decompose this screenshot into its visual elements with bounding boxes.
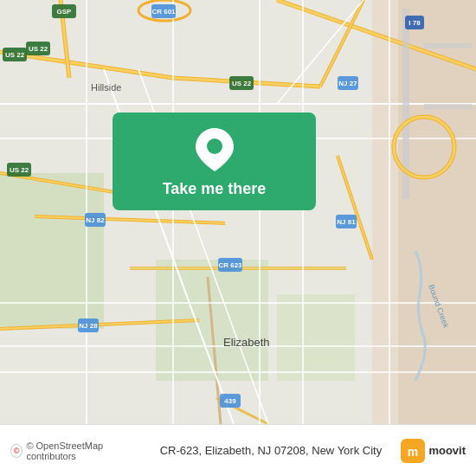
svg-rect-1 [0, 173, 104, 329]
svg-point-76 [207, 138, 222, 154]
svg-text:439: 439 [224, 397, 236, 405]
svg-text:Hillside: Hillside [91, 82, 121, 93]
take-me-there-button[interactable]: Take me there [113, 113, 316, 210]
osm-credit-text: © OpenStreetMap contributors [26, 441, 140, 461]
svg-rect-44 [424, 104, 472, 109]
osm-logo: © [10, 444, 23, 458]
moovit-logo: m moovit [401, 439, 466, 463]
svg-text:NJ 27: NJ 27 [338, 80, 357, 87]
svg-text:Elizabeth: Elizabeth [223, 336, 269, 349]
svg-text:NJ 81: NJ 81 [337, 218, 356, 226]
svg-text:CR 623: CR 623 [218, 261, 242, 269]
svg-text:GSP: GSP [57, 8, 73, 16]
location-pin-icon [196, 128, 234, 171]
svg-text:NJ 82: NJ 82 [86, 216, 105, 224]
svg-text:NJ 28: NJ 28 [79, 322, 98, 330]
svg-text:US 22: US 22 [10, 166, 29, 174]
svg-text:US 22: US 22 [29, 45, 48, 53]
svg-text:US 22: US 22 [232, 80, 252, 87]
svg-text:US 22: US 22 [5, 51, 25, 59]
svg-rect-43 [424, 43, 472, 48]
svg-text:m: m [408, 445, 418, 459]
address-label: CR-623, Elizabeth, NJ 07208, New York Ci… [140, 444, 401, 457]
moovit-brand-text: moovit [428, 444, 466, 457]
osm-credit: © © OpenStreetMap contributors [10, 441, 140, 461]
moovit-icon: m [401, 439, 425, 463]
map-background: CR 601 I 78 US 22 GSP US 22 NJ 27 US 22 … [0, 0, 476, 424]
svg-text:CR 601: CR 601 [151, 8, 176, 16]
map-container: CR 601 I 78 US 22 GSP US 22 NJ 27 US 22 … [0, 0, 476, 424]
svg-text:I 78: I 78 [408, 19, 421, 27]
footer: © © OpenStreetMap contributors CR-623, E… [0, 424, 476, 476]
svg-rect-3 [277, 294, 355, 381]
cta-label: Take me there [163, 180, 267, 198]
